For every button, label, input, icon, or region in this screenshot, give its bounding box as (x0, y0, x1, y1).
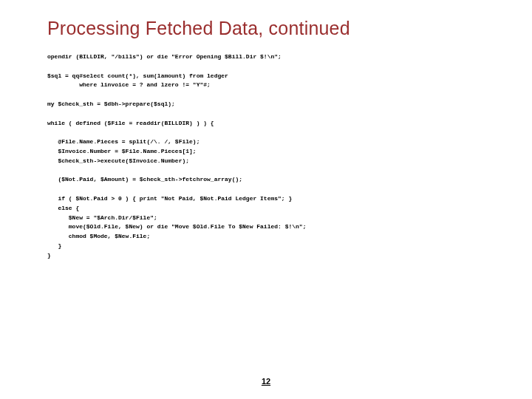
slide: Processing Fetched Data, continued opend… (0, 0, 532, 399)
slide-title: Processing Fetched Data, continued (47, 18, 497, 39)
page-number: 12 (0, 377, 532, 386)
code-block: opendir (BILLDIR, "/bills") or die "Erro… (47, 52, 497, 261)
